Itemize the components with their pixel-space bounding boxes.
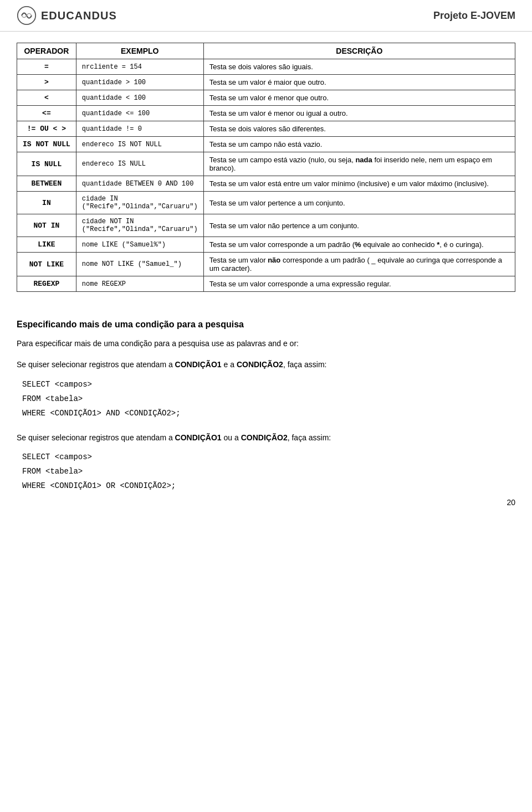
table-row: IN cidade IN("Recife","Olinda","Caruaru"… — [17, 192, 515, 214]
bottom-section: Especificando mais de uma condição para … — [0, 320, 532, 518]
ex-equals: nrcliente = 154 — [76, 59, 203, 75]
op-lte: <= — [17, 106, 76, 121]
table-row: != OU < > quantidade != 0 Testa se dois … — [17, 121, 515, 137]
page-number: 20 — [507, 498, 515, 507]
ex-lte: quantidade <= 100 — [76, 106, 203, 121]
desc-in: Testa se um valor pertence a um conjunto… — [203, 192, 515, 214]
table-row: NOT LIKE nome NOT LIKE ("Samuel_") Testa… — [17, 253, 515, 276]
col-header-exemplo: EXEMPLO — [76, 43, 203, 59]
op-lt: < — [17, 90, 76, 106]
table-row: < quantidade < 100 Testa se um valor é m… — [17, 90, 515, 106]
code2-line1: SELECT <campos> — [22, 453, 515, 461]
table-row: <= quantidade <= 100 Testa se um valor é… — [17, 106, 515, 121]
desc-is-null: Testa se um campo está vazio (nulo, ou s… — [203, 152, 515, 176]
para3: Se quiser selecionar registros que atend… — [17, 431, 515, 444]
op-regexp: REGEXP — [17, 276, 76, 292]
code1-line2: FROM <tabela> — [22, 394, 515, 403]
code2-line2: FROM <tabela> — [22, 467, 515, 476]
op-like: LIKE — [17, 237, 76, 253]
table-row: = nrcliente = 154 Testa se dois valores … — [17, 59, 515, 75]
table-row: LIKE nome LIKE ("Samuel%") Testa se um v… — [17, 237, 515, 253]
table-row: BETWEEN quantidade BETWEEN 0 AND 100 Tes… — [17, 176, 515, 192]
para2: Se quiser selecionar registros que atend… — [17, 358, 515, 371]
table-row: REGEXP nome REGEXP Testa se um valor cor… — [17, 276, 515, 292]
op-between: BETWEEN — [17, 176, 76, 192]
desc-between: Testa se um valor está entre um valor mí… — [203, 176, 515, 192]
op-not-like: NOT LIKE — [17, 253, 76, 276]
desc-equals: Testa se dois valores são iguais. — [203, 59, 515, 75]
logo-text: EDUCANDUS — [41, 9, 117, 22]
project-title: Projeto E-JOVEM — [433, 10, 515, 22]
table-header-row: OPERADOR EXEMPLO DESCRIÇÃO — [17, 43, 515, 59]
ex-gt: quantidade > 100 — [76, 75, 203, 90]
desc-regexp: Testa se um valor corresponde a uma expr… — [203, 276, 515, 292]
desc-neq: Testa se dois valores são diferentes. — [203, 121, 515, 137]
section-heading: Especificando mais de uma condição para … — [17, 320, 515, 330]
op-in: IN — [17, 192, 76, 214]
ex-regexp: nome REGEXP — [76, 276, 203, 292]
op-not-in: NOT IN — [17, 214, 76, 237]
desc-not-in: Testa se um valor não pertence a um conj… — [203, 214, 515, 237]
desc-like: Testa se um valor corresponde a um padrã… — [203, 237, 515, 253]
op-gt: > — [17, 75, 76, 90]
table-row: NOT IN cidade NOT IN("Recife","Olinda","… — [17, 214, 515, 237]
op-is-null: IS NULL — [17, 152, 76, 176]
ex-lt: quantidade < 100 — [76, 90, 203, 106]
col-header-descricao: DESCRIÇÃO — [203, 43, 515, 59]
desc-is-not-null: Testa se um campo não está vazio. — [203, 137, 515, 152]
op-equals: = — [17, 59, 76, 75]
logo-icon — [17, 6, 37, 25]
op-is-not-null: IS NOT NULL — [17, 137, 76, 152]
desc-lt: Testa se um valor é menor que outro. — [203, 90, 515, 106]
ex-between: quantidade BETWEEN 0 AND 100 — [76, 176, 203, 192]
code1-line1: SELECT <campos> — [22, 380, 515, 389]
logo-area: EDUCANDUS — [17, 6, 117, 25]
ex-neq: quantidade != 0 — [76, 121, 203, 137]
col-header-operator: OPERADOR — [17, 43, 76, 59]
table-row: > quantidade > 100 Testa se um valor é m… — [17, 75, 515, 90]
code1-line3: WHERE <CONDIÇÃO1> AND <CONDIÇÃO2>; — [22, 409, 515, 418]
header: EDUCANDUS Projeto E-JOVEM — [0, 0, 532, 32]
operators-table: OPERADOR EXEMPLO DESCRIÇÃO = nrcliente =… — [17, 43, 515, 292]
desc-lte: Testa se um valor é menor ou igual a out… — [203, 106, 515, 121]
ex-not-in: cidade NOT IN("Recife","Olinda","Caruaru… — [76, 214, 203, 237]
para1: Para especificar mais de uma condição pa… — [17, 337, 515, 350]
desc-not-like: Testa se um valor não corresponde a um p… — [203, 253, 515, 276]
table-row: IS NOT NULL endereco IS NOT NULL Testa s… — [17, 137, 515, 152]
ex-not-like: nome NOT LIKE ("Samuel_") — [76, 253, 203, 276]
ex-is-null: endereco IS NULL — [76, 152, 203, 176]
ex-in: cidade IN("Recife","Olinda","Caruaru") — [76, 192, 203, 214]
ex-is-not-null: endereco IS NOT NULL — [76, 137, 203, 152]
op-neq: != OU < > — [17, 121, 76, 137]
code2-line3: WHERE <CONDIÇÃO1> OR <CONDIÇÃO2>; — [22, 481, 515, 490]
main-content: OPERADOR EXEMPLO DESCRIÇÃO = nrcliente =… — [0, 32, 532, 320]
table-row: IS NULL endereco IS NULL Testa se um cam… — [17, 152, 515, 176]
ex-like: nome LIKE ("Samuel%") — [76, 237, 203, 253]
desc-gt: Testa se um valor é maior que outro. — [203, 75, 515, 90]
